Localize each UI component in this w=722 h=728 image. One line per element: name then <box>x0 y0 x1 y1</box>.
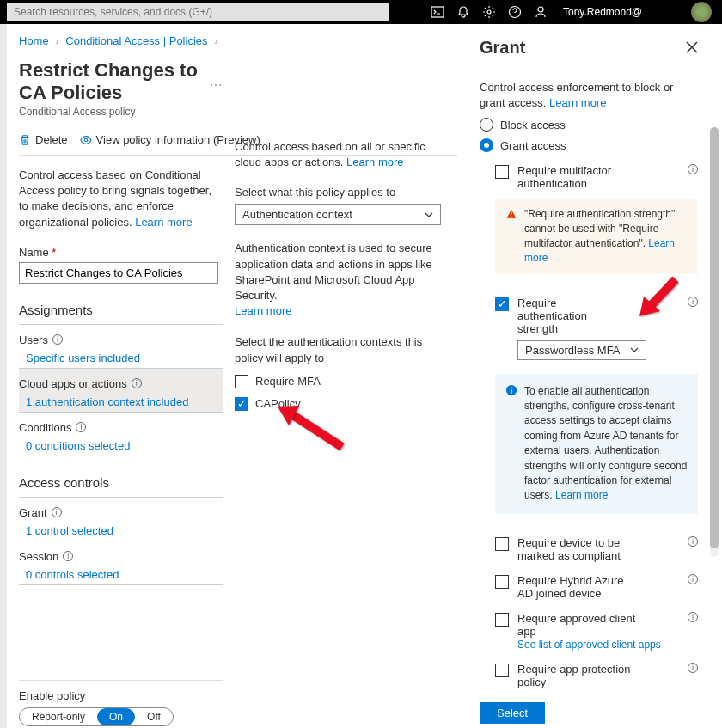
svg-point-1 <box>487 10 491 14</box>
info-icon[interactable]: i <box>688 536 698 547</box>
info-icon[interactable]: i <box>52 507 62 517</box>
toolbar: Delete View policy information (Preview) <box>19 133 457 156</box>
breadcrumb: Home › Conditional Access | Policies › <box>19 34 223 47</box>
page-title: Restrict Changes to CA Policies <box>19 59 200 104</box>
page-more-icon[interactable]: … <box>209 74 223 89</box>
cloud-apps-row[interactable]: Cloud apps or actionsi 1 authentication … <box>19 369 223 413</box>
info-icon[interactable]: i <box>688 663 698 673</box>
session-row[interactable]: Sessioni 0 controls selected <box>19 541 223 585</box>
grant-learn-more[interactable]: Learn more <box>549 96 606 109</box>
svg-point-3 <box>538 7 543 12</box>
search-input[interactable] <box>7 3 389 21</box>
info-icon[interactable]: i <box>63 551 73 561</box>
page-subtitle: Conditional Access policy <box>19 106 223 118</box>
svg-point-4 <box>84 138 88 142</box>
scrollbar[interactable] <box>710 127 719 557</box>
warning-box: "Require authentication strength" cannot… <box>495 199 698 273</box>
callout-arrow-icon <box>637 275 680 318</box>
help-icon[interactable] <box>508 5 522 19</box>
info-icon[interactable]: i <box>132 378 142 388</box>
info-learn-more[interactable]: Learn more <box>555 489 608 501</box>
intro-text: Control access based on Conditional Acce… <box>19 168 223 230</box>
capolicy-checkbox[interactable]: ✓CAPolicy <box>235 397 450 411</box>
top-icons <box>431 5 548 19</box>
breadcrumb-ca[interactable]: Conditional Access | Policies <box>65 34 207 47</box>
info-icon[interactable]: i <box>52 334 63 345</box>
info-icon[interactable]: i <box>76 422 86 432</box>
name-input[interactable] <box>19 262 218 284</box>
access-controls-header: Access controls <box>19 475 223 498</box>
assignments-header: Assignments <box>19 303 223 325</box>
top-bar: Tony.Redmond@ <box>0 0 722 24</box>
breadcrumb-home[interactable]: Home <box>19 34 49 47</box>
feedback-icon[interactable] <box>534 5 548 19</box>
info-icon[interactable]: i <box>688 164 698 174</box>
info-icon[interactable]: i <box>688 574 698 584</box>
toggle-off[interactable]: Off <box>135 708 173 725</box>
gear-icon[interactable] <box>482 5 496 19</box>
close-icon[interactable] <box>686 41 698 53</box>
require-app-protection-option[interactable]: Require app protection policy i <box>495 663 698 688</box>
notification-icon[interactable] <box>456 5 470 19</box>
auth-strength-dropdown[interactable]: Passwordless MFA <box>517 340 646 360</box>
require-approved-app-option[interactable]: Require approved client app i <box>495 612 698 638</box>
user-name[interactable]: Tony.Redmond@ <box>563 6 642 18</box>
grant-panel-title: Grant <box>480 38 698 58</box>
toggle-on[interactable]: On <box>97 708 135 725</box>
cloud-shell-icon[interactable] <box>431 5 444 19</box>
grant-intro: Control access enforcement to block or g… <box>480 80 698 111</box>
info-box: To enable all authentication strengths, … <box>495 374 698 514</box>
info-circle-icon <box>505 384 517 396</box>
ctx-learn-more[interactable]: Learn more <box>235 304 291 317</box>
name-label: Name * <box>19 246 223 259</box>
enable-policy-label: Enable policy <box>19 689 223 702</box>
see-approved-list-link[interactable]: See list of approved client apps <box>517 639 661 651</box>
conditions-row[interactable]: Conditionsi 0 conditions selected <box>19 413 223 456</box>
chevron-down-icon <box>630 346 639 354</box>
col2-learn-more[interactable]: Learn more <box>346 156 403 168</box>
svg-rect-0 <box>431 7 444 17</box>
grant-row-nav[interactable]: Granti 1 control selected <box>19 498 223 541</box>
trash-icon <box>19 134 31 146</box>
view-info-button[interactable]: View policy information (Preview) <box>80 133 260 146</box>
applies-to-dropdown[interactable]: Authentication context <box>235 204 441 225</box>
intro-learn-more[interactable]: Learn more <box>135 216 192 229</box>
block-access-radio[interactable]: Block access <box>480 118 698 132</box>
delete-button[interactable]: Delete <box>19 133 68 146</box>
require-device-compliant-option[interactable]: Require device to be marked as compliant… <box>495 536 698 562</box>
toggle-report-only[interactable]: Report-only <box>20 708 97 725</box>
info-icon[interactable]: i <box>688 297 698 307</box>
require-hybrid-option[interactable]: Require Hybrid Azure AD joined device i <box>495 574 698 600</box>
chevron-down-icon <box>425 211 433 219</box>
avatar[interactable] <box>691 2 712 22</box>
callout-arrow-icon <box>273 404 351 456</box>
select-button[interactable]: Select <box>480 702 545 724</box>
ctx-text: Authentication context is used to secure… <box>235 241 450 319</box>
apply-to-label: Select the authentication contexts this … <box>235 334 450 365</box>
require-auth-strength-option[interactable]: ✓Require authentication strength i <box>495 297 698 335</box>
eye-icon <box>80 134 92 146</box>
applies-to-label: Select what this policy applies to <box>235 186 450 199</box>
enable-policy-toggle[interactable]: Report-only On Off <box>19 707 174 726</box>
require-mfa-checkbox[interactable]: Require MFA <box>235 375 450 388</box>
info-icon[interactable]: i <box>688 612 698 622</box>
grant-access-radio[interactable]: Grant access <box>480 138 698 152</box>
users-row[interactable]: Usersi Specific users included <box>19 325 223 369</box>
warning-icon <box>505 208 517 220</box>
require-mfa-option[interactable]: Require multifactor authentication i <box>495 164 698 190</box>
left-rail-collapsed[interactable] <box>0 24 7 728</box>
